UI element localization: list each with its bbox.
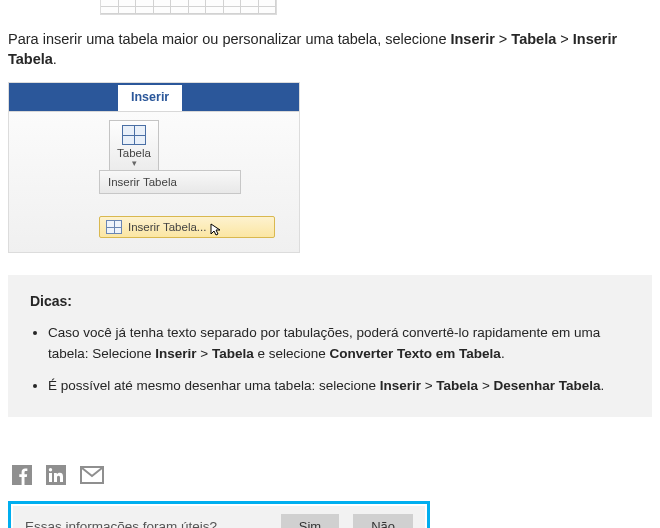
intro-path-tabela: Tabela [511, 31, 556, 47]
linkedin-icon[interactable] [46, 465, 66, 485]
chevron-down-icon: ▾ [112, 159, 156, 168]
feedback-highlight: Essas informações foram úteis? Sim Não [8, 501, 430, 528]
table-split-button[interactable]: Tabela ▾ [109, 120, 159, 172]
intro-paragraph: Para inserir uma tabela maior ou persona… [8, 29, 652, 70]
ribbon-tab-inserir[interactable]: Inserir [117, 84, 183, 111]
dropdown-header: Inserir Tabela [99, 170, 241, 194]
tip-item: Caso você já tenha texto separado por ta… [48, 323, 630, 365]
table-icon [122, 125, 146, 145]
intro-path-inserir: Inserir [450, 31, 494, 47]
dropdown-item-label: Inserir Tabela... [128, 221, 206, 233]
intro-text: Para inserir uma tabela maior ou persona… [8, 31, 450, 47]
ribbon-screenshot: Inserir Tabela ▾ Inserir Tabela Inserir … [8, 82, 300, 253]
share-row [12, 465, 652, 485]
tip-item: É possível até mesmo desenhar uma tabela… [48, 376, 630, 397]
dropdown-item-insert-table[interactable]: Inserir Tabela... [99, 216, 275, 238]
tips-box: Dicas: Caso você já tenha texto separado… [8, 275, 652, 418]
facebook-icon[interactable] [12, 465, 32, 485]
ribbon-tabbar: Inserir [9, 83, 299, 111]
svg-rect-2 [49, 473, 52, 482]
svg-point-3 [49, 468, 52, 471]
feedback-no-button[interactable]: Não [353, 514, 413, 528]
email-icon[interactable] [80, 466, 104, 484]
feedback-bar: Essas informações foram úteis? Sim Não [13, 506, 425, 528]
feedback-question: Essas informações foram úteis? [25, 519, 267, 528]
tips-heading: Dicas: [30, 293, 630, 309]
table-icon [106, 220, 122, 234]
cursor-icon [210, 223, 222, 237]
preview-grid-thumbnail [100, 0, 277, 15]
feedback-yes-button[interactable]: Sim [281, 514, 339, 528]
